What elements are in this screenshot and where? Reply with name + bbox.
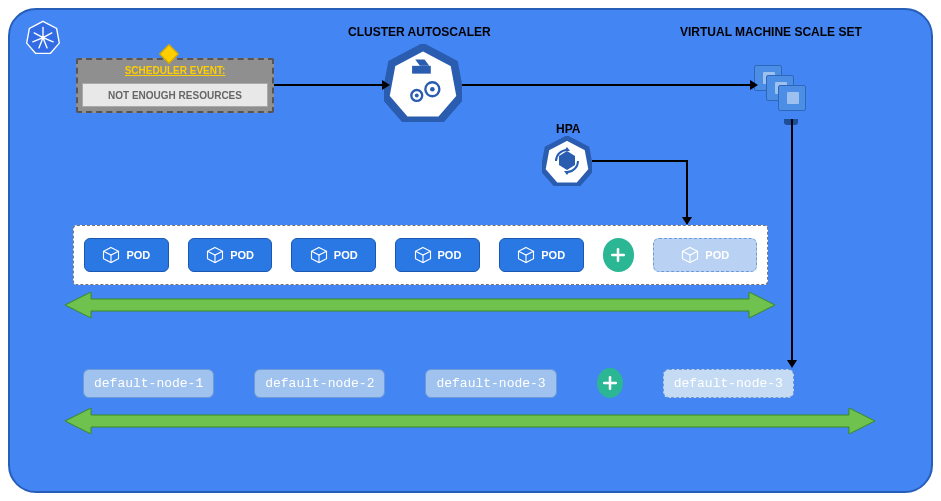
hpa-icon bbox=[542, 136, 592, 190]
scheduler-title: SCHEDULER EVENT: bbox=[78, 65, 272, 76]
kubernetes-icon bbox=[26, 20, 60, 54]
pod-item: POD bbox=[291, 238, 376, 272]
vmss-label: VIRTUAL MACHINE SCALE SET bbox=[680, 25, 862, 39]
cube-icon bbox=[310, 246, 328, 264]
pod-label: POD bbox=[438, 249, 462, 261]
svg-marker-37 bbox=[65, 408, 875, 434]
pod-item: POD bbox=[395, 238, 480, 272]
cluster-autoscaler-icon bbox=[384, 44, 462, 126]
svg-point-13 bbox=[430, 87, 435, 92]
arrow-head-icon bbox=[382, 80, 390, 90]
pod-item-new: POD bbox=[653, 238, 757, 272]
svg-point-15 bbox=[415, 94, 419, 98]
add-pod-icon bbox=[603, 238, 635, 272]
pod-label: POD bbox=[126, 249, 150, 261]
svg-marker-9 bbox=[386, 47, 461, 120]
vmss-icon bbox=[754, 65, 812, 119]
pod-label: POD bbox=[334, 249, 358, 261]
cube-icon bbox=[681, 246, 699, 264]
hpa-label: HPA bbox=[556, 122, 580, 136]
scheduler-event-box: SCHEDULER EVENT: NOT ENOUGH RESOURCES bbox=[76, 58, 274, 113]
pod-label: POD bbox=[705, 249, 729, 261]
svg-marker-34 bbox=[65, 292, 775, 318]
arrow-head-icon bbox=[750, 80, 758, 90]
arrow-vmss-to-node bbox=[791, 119, 793, 361]
add-node-icon bbox=[597, 368, 623, 398]
cube-icon bbox=[517, 246, 535, 264]
pod-item: POD bbox=[84, 238, 169, 272]
pod-item: POD bbox=[188, 238, 273, 272]
pod-row: POD POD POD POD POD bbox=[73, 225, 768, 285]
node-item-new: default-node-3 bbox=[663, 369, 794, 398]
cube-icon bbox=[206, 246, 224, 264]
node-item: default-node-1 bbox=[83, 369, 214, 398]
arrow-autoscaler-to-vmss bbox=[462, 84, 750, 86]
horizontal-scale-arrow-nodes bbox=[65, 408, 875, 428]
cluster-autoscaler-label: CLUSTER AUTOSCALER bbox=[348, 25, 491, 39]
node-item: default-node-2 bbox=[254, 369, 385, 398]
horizontal-scale-arrow bbox=[65, 292, 775, 312]
node-row: default-node-1 default-node-2 default-no… bbox=[83, 368, 883, 398]
svg-rect-11 bbox=[412, 66, 431, 74]
arrow-scheduler-to-autoscaler bbox=[274, 84, 382, 86]
cluster-container: CLUSTER AUTOSCALER VIRTUAL MACHINE SCALE… bbox=[8, 8, 933, 493]
pod-label: POD bbox=[230, 249, 254, 261]
pod-item: POD bbox=[499, 238, 584, 272]
warning-diamond-icon bbox=[159, 44, 179, 64]
arrow-hpa-vertical bbox=[686, 160, 688, 218]
scheduler-subtitle: NOT ENOUGH RESOURCES bbox=[82, 83, 268, 107]
pod-label: POD bbox=[541, 249, 565, 261]
arrow-hpa-horizontal bbox=[592, 160, 687, 162]
arrow-head-icon bbox=[787, 360, 797, 368]
cube-icon bbox=[414, 246, 432, 264]
arrow-head-icon bbox=[682, 217, 692, 225]
cube-icon bbox=[102, 246, 120, 264]
node-item: default-node-3 bbox=[425, 369, 556, 398]
